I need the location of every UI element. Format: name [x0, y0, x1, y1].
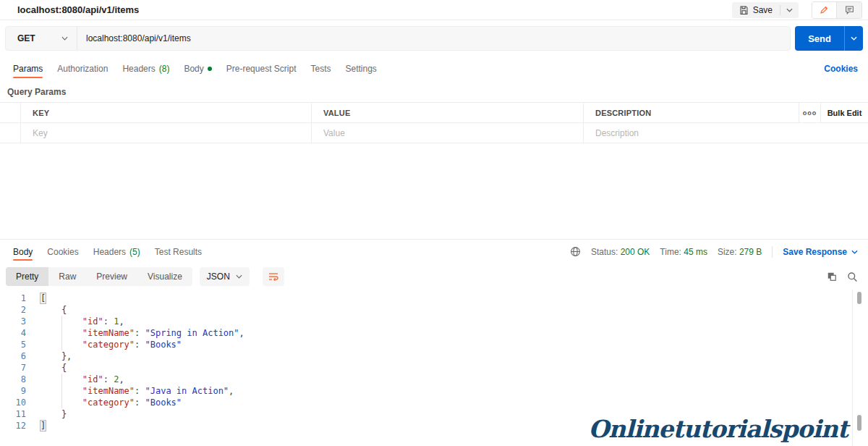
save-response-label: Save Response [783, 247, 847, 257]
code-line: 9 "itemName": "Java in Action", [0, 385, 868, 397]
line-number: 12 [0, 420, 26, 432]
search-icon[interactable] [847, 272, 858, 282]
response-tabs-row: BodyCookiesHeaders(5)Test Results Status… [0, 240, 868, 264]
response-tab-body[interactable]: Body [6, 240, 40, 264]
request-tabs: ParamsAuthorizationHeaders(8)BodyPre-req… [6, 56, 384, 81]
code-line: 11 } [0, 408, 868, 420]
wrap-lines-icon [268, 272, 278, 281]
comment-button[interactable] [837, 2, 861, 18]
url-box: GET [5, 26, 791, 51]
code-line: 10 "category": "Books" [0, 397, 868, 408]
method-select[interactable]: GET [6, 27, 77, 50]
line-number: 4 [0, 327, 26, 339]
view-mode-visualize[interactable]: Visualize [137, 267, 192, 286]
tab-label: Authorization [57, 64, 108, 74]
tab-label: Pre-request Script [226, 64, 297, 74]
send-button[interactable]: Send [795, 26, 844, 51]
line-number: 6 [0, 350, 26, 362]
meta-status: Status: 200 OK [591, 247, 650, 257]
line-number: 3 [0, 316, 26, 327]
row-handle-cell [0, 123, 20, 143]
code-text: "category": "Books" [26, 397, 182, 408]
bulk-edit-button[interactable]: Bulk Edit [827, 109, 862, 117]
code-line: 12] [0, 420, 868, 432]
more-options-icon[interactable]: ooo [803, 109, 817, 117]
view-mode-raw[interactable]: Raw [48, 267, 86, 286]
code-line: 8 "id": 2, [0, 374, 868, 385]
tab-count-badge: (5) [129, 247, 140, 257]
format-label: JSON [207, 272, 230, 282]
tab-tests[interactable]: Tests [303, 56, 338, 81]
topbar-actions: Save [732, 1, 862, 19]
table-header-row: KEY VALUE DESCRIPTION ooo Bulk Edit [0, 103, 868, 123]
code-text: "id": 2, [26, 374, 124, 385]
body-set-dot-icon [208, 67, 212, 71]
param-description-input[interactable] [595, 128, 856, 138]
query-params-table: KEY VALUE DESCRIPTION ooo Bulk Edit [0, 102, 868, 143]
code-line: 5 "category": "Books" [0, 339, 868, 350]
code-line: 6 }, [0, 350, 868, 362]
code-text: } [26, 408, 67, 420]
tab-pre-request-script[interactable]: Pre-request Script [219, 56, 304, 81]
tab-count-badge: (8) [159, 64, 170, 74]
comment-icon [845, 5, 854, 14]
save-icon [739, 5, 749, 14]
code-text: [ [26, 293, 46, 304]
code-line: 1[ [0, 293, 868, 304]
send-button-group: Send [795, 26, 863, 51]
view-mode-pretty[interactable]: Pretty [6, 267, 48, 286]
tab-settings[interactable]: Settings [339, 56, 384, 81]
tab-label: Settings [346, 64, 377, 74]
line-number: 9 [0, 385, 26, 397]
scrollbar-thumb[interactable] [857, 292, 861, 304]
param-key-input[interactable] [33, 128, 299, 138]
edit-pencil-button[interactable] [812, 2, 837, 18]
tab-authorization[interactable]: Authorization [50, 56, 115, 81]
column-header-key: KEY [33, 109, 49, 117]
request-url-row: GET Send [0, 20, 868, 56]
postman-app: localhost:8080/api/v1/items Save [0, 0, 868, 446]
meta-time: Time: 45 ms [660, 247, 707, 257]
save-response-button[interactable]: Save Response [783, 247, 858, 257]
tab-params[interactable]: Params [6, 56, 50, 81]
meta-divider [772, 246, 773, 258]
view-mode-preview[interactable]: Preview [86, 267, 137, 286]
response-tab-test-results[interactable]: Test Results [148, 240, 209, 264]
column-header-value: VALUE [323, 109, 350, 117]
param-value-input[interactable] [323, 128, 571, 138]
response-meta: Status: 200 OKTime: 45 msSize: 279 B Sav… [570, 246, 858, 258]
cookies-link[interactable]: Cookies [824, 64, 858, 74]
tab-label: Body [13, 247, 33, 257]
copy-icon[interactable] [827, 272, 837, 282]
tab-headers[interactable]: Headers(8) [115, 56, 176, 81]
format-select[interactable]: JSON [200, 267, 250, 286]
response-body-editor[interactable]: 1[2 {3 "id": 1,4 "itemName": "Spring in … [0, 290, 868, 446]
edit-comment-toggle [812, 1, 862, 19]
code-line: 7 { [0, 362, 868, 374]
wrap-lines-button[interactable] [263, 267, 284, 286]
column-header-description: DESCRIPTION [595, 109, 651, 117]
response-tab-headers[interactable]: Headers(5) [86, 240, 148, 264]
code-line: 3 "id": 1, [0, 316, 868, 327]
code-text: "itemName": "Spring in Action", [26, 327, 244, 339]
code-text: }, [26, 350, 72, 362]
empty-area [0, 143, 868, 239]
row-handle-cell [0, 103, 20, 122]
save-dropdown-chevron[interactable] [780, 8, 799, 12]
tab-label: Tests [310, 64, 331, 74]
network-globe-icon[interactable] [570, 246, 581, 257]
code-text: { [26, 362, 67, 374]
save-button[interactable]: Save [732, 2, 799, 18]
response-tab-cookies[interactable]: Cookies [40, 240, 85, 264]
tab-body[interactable]: Body [176, 56, 218, 81]
view-mode-segmented-control: PrettyRawPreviewVisualize [6, 267, 192, 286]
scrollbar-thumb[interactable] [857, 415, 861, 431]
code-text: ] [26, 420, 46, 432]
line-number: 2 [0, 304, 26, 316]
tab-label: Body [184, 64, 203, 74]
code-line: 4 "itemName": "Spring in Action", [0, 327, 868, 339]
url-input[interactable] [77, 27, 790, 50]
viewer-tools [827, 272, 858, 282]
chevron-down-icon [61, 36, 68, 41]
send-dropdown-chevron[interactable] [844, 26, 863, 51]
